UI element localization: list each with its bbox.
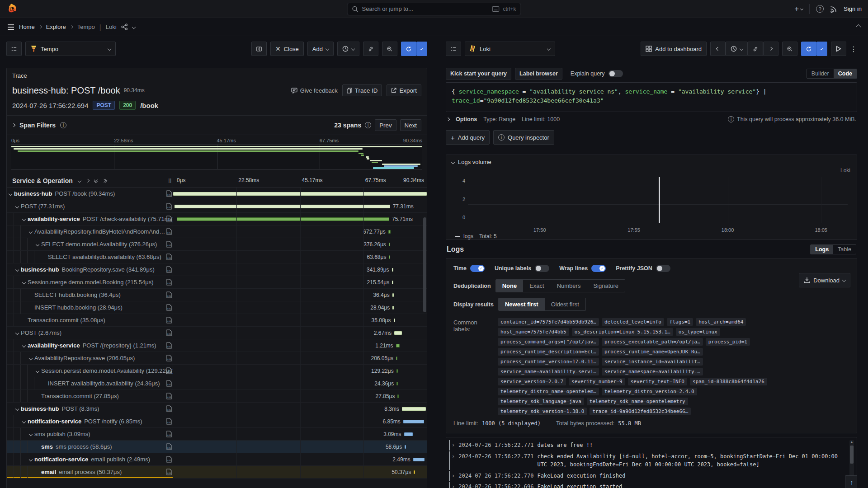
collapse-top-icon[interactable] [856, 24, 861, 29]
expand-all-icon[interactable] [103, 179, 107, 182]
new-button[interactable]: + [794, 5, 803, 14]
span-log-icon[interactable]: LOG [166, 291, 172, 300]
span-bar[interactable] [392, 306, 394, 310]
zoom-out-icon[interactable] [382, 42, 397, 56]
span-bar[interactable] [396, 357, 397, 360]
span-log-icon[interactable]: LOG [166, 418, 172, 426]
run-query-button[interactable] [831, 42, 846, 56]
toggle-time[interactable]: Time✓ [453, 265, 485, 272]
breadcrumb-explore[interactable]: Explore [46, 23, 66, 30]
span-log-icon[interactable]: LOG [166, 279, 172, 287]
span-expand-icon[interactable] [29, 230, 33, 233]
grafana-logo[interactable] [6, 3, 18, 14]
span-expand-icon[interactable] [15, 407, 19, 410]
options-label[interactable]: Options [456, 116, 477, 122]
help-icon[interactable]: ? [816, 5, 824, 13]
kebab-menu-icon[interactable]: ⋮ [850, 45, 857, 53]
trace-minimap[interactable] [11, 144, 422, 169]
news-icon[interactable] [830, 5, 837, 13]
span-expand-icon[interactable] [36, 369, 39, 372]
query-history-icon[interactable] [6, 42, 22, 56]
expand-one-icon[interactable] [86, 178, 90, 182]
span-bar[interactable] [394, 319, 395, 322]
download-button[interactable]: Download [799, 273, 850, 287]
query-mode-builder[interactable]: Builder [807, 69, 834, 78]
span-bar[interactable] [414, 470, 415, 474]
span-bar[interactable] [175, 205, 390, 208]
span-bar[interactable] [177, 217, 389, 221]
log-row[interactable]: ›2024-07-26 17:56:22.771dates are free !… [449, 440, 845, 450]
span-expand-icon[interactable] [36, 242, 39, 246]
query-history-icon[interactable] [446, 42, 461, 56]
query-inspector-button[interactable]: iQuery inspector [493, 130, 554, 145]
dedup-none[interactable]: None [496, 280, 524, 292]
next-span-button[interactable]: Next [400, 119, 421, 131]
log-expand-icon[interactable]: › [452, 441, 455, 450]
share-shortlink-icon[interactable] [121, 23, 128, 30]
prev-span-button[interactable]: Prev [375, 119, 396, 131]
toggle-wrap-lines[interactable]: Wrap lines✓ [559, 265, 606, 272]
span-log-icon[interactable]: LOG [166, 317, 172, 325]
span-bar[interactable] [405, 445, 406, 449]
span-expand-icon[interactable] [29, 356, 33, 360]
time-picker-button[interactable] [726, 42, 748, 56]
breadcrumb-home[interactable]: Home [19, 23, 35, 30]
span-bar[interactable] [413, 458, 425, 461]
span-expand-icon[interactable] [29, 457, 33, 461]
span-bar[interactable] [392, 293, 394, 297]
time-picker-button[interactable] [337, 42, 359, 56]
split-view-icon[interactable] [251, 42, 267, 56]
zoom-out-icon[interactable] [782, 42, 797, 56]
sign-in-button[interactable]: Sign in [844, 5, 862, 12]
log-expand-icon[interactable]: › [452, 483, 455, 488]
explain-query-toggle[interactable] [609, 70, 623, 77]
span-log-icon[interactable]: LOG [166, 203, 172, 211]
span-expand-icon[interactable] [22, 280, 26, 284]
scroll-to-top-button[interactable]: ↑ [845, 475, 857, 488]
dedup-signature[interactable]: Signature [587, 280, 625, 292]
span-bar[interactable] [396, 382, 398, 385]
close-pane-button[interactable]: ✕Close [270, 42, 304, 56]
span-bar[interactable] [403, 420, 424, 423]
span-log-icon[interactable]: LOG [166, 241, 172, 249]
tempo-datasource-picker[interactable]: Tempo [25, 42, 116, 56]
span-log-icon[interactable]: LOG [166, 304, 172, 312]
span-bar[interactable] [389, 255, 390, 259]
logs-volume-collapse-icon[interactable] [451, 160, 455, 164]
log-expand-icon[interactable]: › [452, 472, 455, 480]
link-icon[interactable] [748, 42, 763, 56]
span-expand-icon[interactable] [22, 419, 26, 423]
span-bar[interactable] [394, 331, 402, 335]
span-log-icon[interactable]: LOG [166, 431, 172, 439]
dedup-numbers[interactable]: Numbers [551, 280, 587, 292]
span-log-icon[interactable]: LOG [166, 405, 172, 413]
span-log-icon[interactable]: LOG [166, 190, 172, 198]
refresh-interval-caret[interactable] [816, 42, 827, 56]
collapse-all-icon[interactable] [94, 178, 97, 183]
dedup-exact[interactable]: Exact [523, 280, 551, 292]
span-expand-icon[interactable] [22, 217, 26, 221]
span-bar[interactable] [397, 394, 399, 398]
span-bar[interactable] [392, 281, 393, 284]
collapse-one-icon[interactable] [78, 178, 81, 182]
toggle-prettify-json[interactable]: Prettify JSON [616, 265, 670, 272]
logs-view-table[interactable]: Table [833, 245, 856, 254]
link-icon[interactable] [363, 42, 378, 56]
logs-view-logs[interactable]: Logs [811, 245, 833, 254]
span-filters-expand-icon[interactable] [12, 123, 15, 127]
refresh-button[interactable] [401, 42, 416, 56]
span-bar[interactable] [389, 243, 390, 246]
refresh-interval-caret[interactable] [416, 42, 427, 56]
span-log-icon[interactable]: LOG [166, 367, 172, 375]
volume-bar[interactable] [659, 177, 660, 223]
span-log-icon[interactable]: LOG [166, 443, 172, 451]
span-log-icon[interactable]: LOG [166, 266, 172, 274]
breadcrumb-caret-icon[interactable] [132, 25, 135, 28]
loki-datasource-picker[interactable]: Loki [465, 42, 555, 56]
log-row[interactable]: ›2024-07-26 17:56:22.696FakeLoad executi… [449, 482, 845, 488]
span-log-icon[interactable]: LOG [166, 216, 172, 224]
column-resize-handle[interactable]: || [168, 178, 173, 183]
span-expand-icon[interactable] [15, 204, 19, 208]
span-bar[interactable] [402, 407, 426, 411]
span-expand-icon[interactable] [29, 432, 33, 436]
